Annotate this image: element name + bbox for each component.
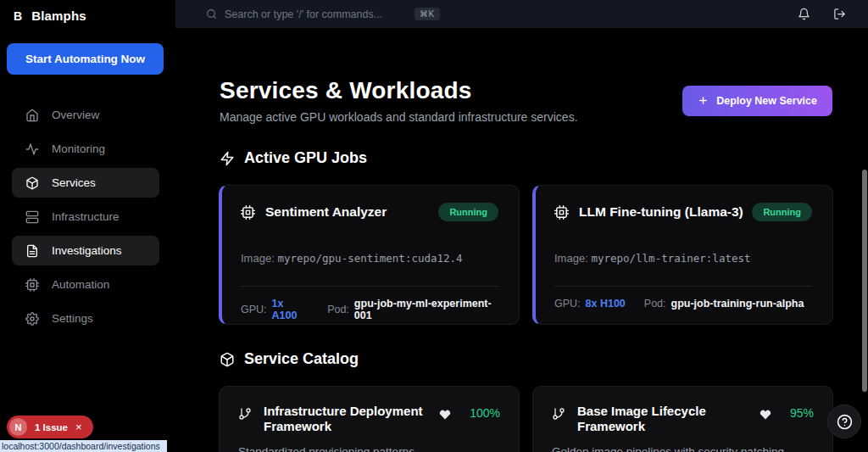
main-content: Services & Workloads Manage active GPU w… (175, 28, 868, 452)
cube-icon (25, 176, 39, 190)
sidebar-item-label: Services (52, 176, 96, 189)
gpu-value: 1x A100 (272, 298, 309, 321)
cpu-icon (25, 278, 39, 292)
start-automating-button[interactable]: Start Automating Now (7, 43, 164, 75)
pod-value: gpu-job-my-ml-experiment-001 (354, 298, 498, 321)
gpu-label: GPU: (241, 304, 267, 315)
sidebar-item-investigations[interactable]: Investigations (12, 236, 159, 265)
sidebar: B Blamphs Start Automating Now Overview … (0, 0, 175, 452)
issue-count-label: 1 Issue (35, 422, 68, 432)
chip-icon (241, 205, 255, 220)
app-title: Blamphs (31, 8, 86, 23)
search-input[interactable] (225, 8, 407, 20)
health-indicator: 100% (439, 404, 500, 421)
section-title: Active GPU Jobs (244, 149, 367, 167)
catalog-description: Golden image pipelines with security pat… (552, 445, 814, 452)
section-service-catalog: Service Catalog (220, 350, 868, 368)
chip-icon (554, 205, 569, 220)
help-button[interactable] (827, 405, 861, 438)
page-title: Services & Workloads (220, 77, 578, 104)
health-value: 95% (790, 406, 814, 420)
heart-icon (760, 409, 771, 421)
pod-label: Pod: (327, 304, 349, 315)
document-icon (25, 244, 39, 258)
gpu-job-card[interactable]: Sentiment Analyzer Running Image: myrepo… (219, 185, 520, 325)
app-root: ⌘K B Blamphs Start Automating Now Overvi… (0, 0, 868, 452)
sidebar-item-label: Infrastructure (52, 210, 120, 223)
sidebar-item-label: Investigations (52, 244, 122, 257)
git-branch-icon (238, 407, 252, 421)
logo-icon: B (14, 9, 22, 23)
status-badge: Running (752, 203, 812, 221)
sidebar-item-overview[interactable]: Overview (12, 100, 159, 130)
job-title: Sentiment Analyzer (265, 204, 387, 220)
sidebar-item-services[interactable]: Services (12, 168, 159, 198)
git-branch-icon (552, 407, 565, 421)
divider (241, 286, 498, 287)
logout-icon[interactable] (833, 8, 846, 20)
brand: B Blamphs (0, 0, 175, 23)
sidebar-item-automation[interactable]: Automation (12, 270, 159, 299)
section-title: Service Catalog (244, 350, 359, 368)
bell-icon[interactable] (798, 8, 810, 20)
zap-icon (220, 151, 235, 166)
image-label: Image: (554, 252, 588, 265)
server-icon (25, 210, 39, 224)
sidebar-item-label: Overview (52, 109, 99, 121)
pod-label: Pod: (644, 298, 666, 310)
help-circle-icon (837, 414, 853, 430)
sidebar-item-monitoring[interactable]: Monitoring (12, 134, 159, 164)
gpu-label: GPU: (554, 298, 581, 310)
cube-icon (220, 352, 235, 367)
gpu-value: 8x H100 (586, 298, 626, 310)
sidebar-nav: Overview Monitoring Services Infrastruct… (0, 100, 175, 333)
global-search[interactable]: ⌘K (206, 8, 440, 20)
home-icon (25, 109, 39, 122)
close-icon[interactable]: × (75, 421, 82, 432)
search-icon (206, 8, 217, 20)
sidebar-item-label: Monitoring (52, 142, 105, 155)
catalog-title: Infrastructure Deployment Framework (264, 404, 439, 434)
image-value: myrepo/gpu-sentiment:cuda12.4 (277, 252, 462, 265)
vertical-scrollbar[interactable] (862, 170, 867, 392)
issue-badge[interactable]: N 1 Issue × (7, 416, 93, 438)
health-value: 100% (470, 406, 500, 420)
catalog-description: Standardized provisioning patterns (238, 445, 500, 452)
heart-icon (439, 409, 451, 421)
gear-icon (25, 312, 39, 326)
divider (554, 286, 812, 287)
image-label: Image: (241, 252, 275, 265)
shortcut-badge: ⌘K (415, 8, 440, 20)
sidebar-item-settings[interactable]: Settings (12, 304, 159, 333)
issue-avatar: N (9, 418, 27, 436)
link-preview-statusbar: localhost:3000/dashboard/investigations (0, 440, 167, 452)
topbar: ⌘K (175, 0, 868, 28)
catalog-card[interactable]: Base Image Lifecycle Framework 95% Golde… (532, 386, 833, 452)
sidebar-item-infrastructure[interactable]: Infrastructure (12, 202, 159, 232)
gpu-job-card[interactable]: LLM Fine-tuning (Llama-3) Running Image:… (532, 185, 833, 325)
activity-icon (25, 142, 39, 156)
sidebar-item-label: Settings (52, 312, 93, 325)
catalog-title: Base Image Lifecycle Framework (577, 404, 760, 434)
job-title: LLM Fine-tuning (Llama-3) (579, 204, 743, 220)
section-active-gpu-jobs: Active GPU Jobs (220, 149, 868, 167)
sidebar-item-label: Automation (52, 278, 109, 291)
catalog-card[interactable]: Infrastructure Deployment Framework 100%… (219, 386, 520, 452)
status-badge: Running (438, 203, 498, 221)
pod-value: gpu-job-training-run-alpha (671, 298, 804, 310)
deploy-new-service-button[interactable]: Deploy New Service (682, 86, 832, 116)
page-subtitle: Manage active GPU workloads and standard… (220, 110, 578, 124)
plus-icon (698, 95, 709, 106)
health-indicator: 95% (760, 404, 814, 421)
image-value: myrepo/llm-trainer:latest (591, 252, 750, 265)
